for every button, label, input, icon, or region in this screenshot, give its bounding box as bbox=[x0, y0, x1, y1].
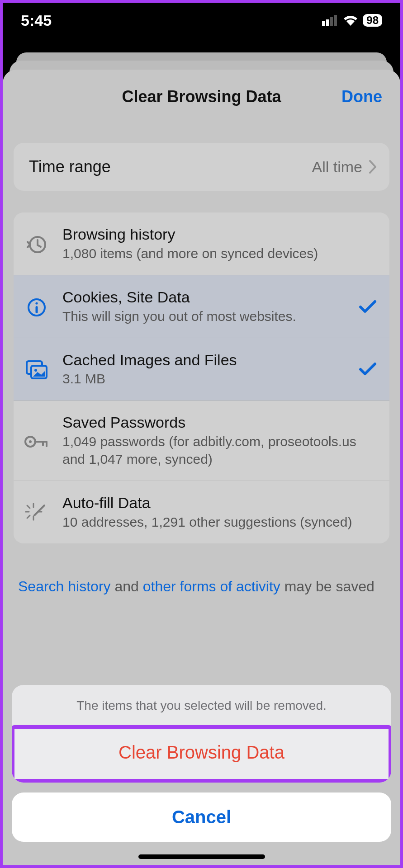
wifi-icon bbox=[343, 15, 358, 26]
item-subtitle: This will sign you out of most websites. bbox=[62, 307, 347, 325]
item-title: Cookies, Site Data bbox=[62, 288, 347, 307]
svg-point-6 bbox=[35, 302, 38, 304]
svg-rect-0 bbox=[322, 21, 325, 26]
item-cookies[interactable]: Cookies, Site Data This will sign you ou… bbox=[14, 275, 389, 338]
highlighted-annotation: Clear Browsing Data bbox=[12, 725, 391, 783]
svg-rect-2 bbox=[330, 17, 333, 26]
search-history-link[interactable]: Search history bbox=[18, 578, 111, 594]
item-autofill[interactable]: Auto-fill Data 10 addresses, 1,291 other… bbox=[14, 481, 389, 543]
history-icon bbox=[23, 232, 51, 255]
images-icon bbox=[23, 358, 51, 380]
item-title: Cached Images and Files bbox=[62, 351, 347, 369]
item-title: Saved Passwords bbox=[62, 413, 377, 432]
page-title: Clear Browsing Data bbox=[122, 87, 281, 106]
action-sheet-message: The items that you selected will be remo… bbox=[12, 685, 391, 725]
action-sheet: The items that you selected will be remo… bbox=[3, 685, 400, 865]
battery-indicator: 98 bbox=[363, 14, 382, 27]
key-icon bbox=[23, 433, 51, 449]
cancel-button[interactable]: Cancel bbox=[12, 793, 391, 842]
item-passwords[interactable]: Saved Passwords 1,049 passwords (for adb… bbox=[14, 401, 389, 481]
item-title: Browsing history bbox=[62, 225, 377, 244]
other-activity-link[interactable]: other forms of activity bbox=[143, 578, 280, 594]
item-cache[interactable]: Cached Images and Files 3.1 MB bbox=[14, 338, 389, 401]
status-bar: 5:45 98 bbox=[3, 3, 400, 38]
home-indicator[interactable] bbox=[138, 854, 265, 859]
cellular-signal-icon bbox=[322, 15, 338, 26]
svg-rect-7 bbox=[36, 306, 38, 313]
item-subtitle: 1,080 items (and more on synced devices) bbox=[62, 245, 377, 262]
footer-note: Search history and other forms of activi… bbox=[14, 543, 389, 596]
svg-point-10 bbox=[34, 369, 37, 372]
done-button[interactable]: Done bbox=[341, 87, 382, 106]
svg-rect-1 bbox=[326, 19, 329, 26]
checkmark-icon bbox=[359, 299, 377, 314]
time-range-label: Time range bbox=[29, 157, 111, 176]
svg-point-12 bbox=[29, 440, 32, 443]
item-subtitle: 1,049 passwords (for adbitly.com, proseo… bbox=[62, 433, 377, 468]
item-title: Auto-fill Data bbox=[62, 494, 377, 512]
svg-line-18 bbox=[27, 515, 30, 518]
wand-icon bbox=[23, 500, 51, 524]
item-subtitle: 10 addresses, 1,291 other suggestions (s… bbox=[62, 513, 377, 531]
svg-line-15 bbox=[27, 505, 30, 508]
status-time: 5:45 bbox=[21, 12, 52, 29]
time-range-row[interactable]: Time range All time bbox=[14, 143, 389, 191]
chevron-right-icon bbox=[369, 160, 377, 174]
svg-rect-3 bbox=[334, 15, 337, 26]
item-subtitle: 3.1 MB bbox=[62, 370, 347, 387]
clear-browsing-data-button[interactable]: Clear Browsing Data bbox=[14, 729, 389, 779]
time-range-value: All time bbox=[312, 158, 362, 176]
item-browsing-history[interactable]: Browsing history 1,080 items (and more o… bbox=[14, 212, 389, 275]
checkmark-icon bbox=[359, 361, 377, 377]
settings-sheet: Clear Browsing Data Done Time range All … bbox=[3, 70, 400, 865]
info-icon bbox=[23, 295, 51, 318]
